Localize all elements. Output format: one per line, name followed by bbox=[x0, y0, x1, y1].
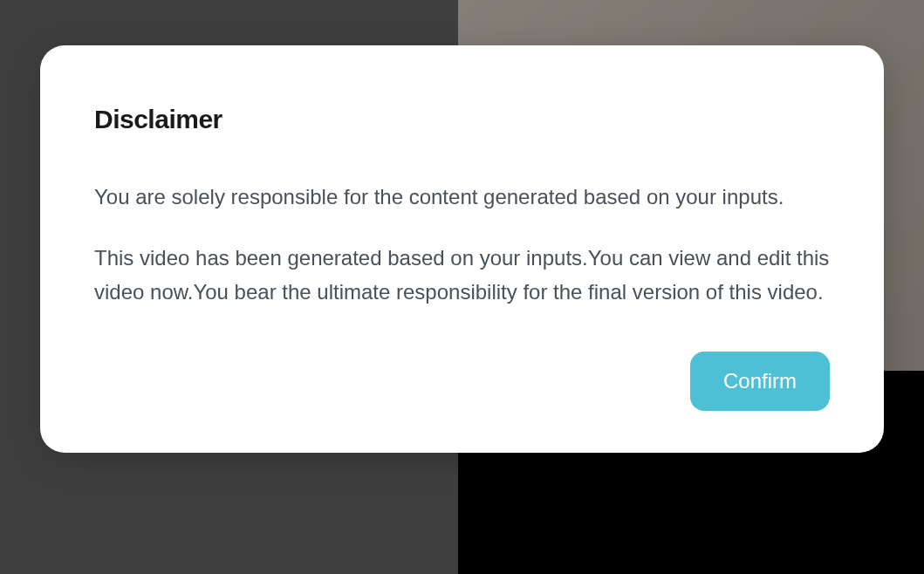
confirm-button[interactable]: Confirm bbox=[690, 352, 830, 411]
modal-actions: Confirm bbox=[94, 352, 830, 411]
disclaimer-modal: Disclaimer You are solely responsible fo… bbox=[40, 45, 884, 453]
modal-paragraph-2: This video has been generated based on y… bbox=[94, 241, 830, 310]
modal-paragraph-1: You are solely responsible for the conte… bbox=[94, 180, 830, 215]
modal-title: Disclaimer bbox=[94, 105, 830, 134]
